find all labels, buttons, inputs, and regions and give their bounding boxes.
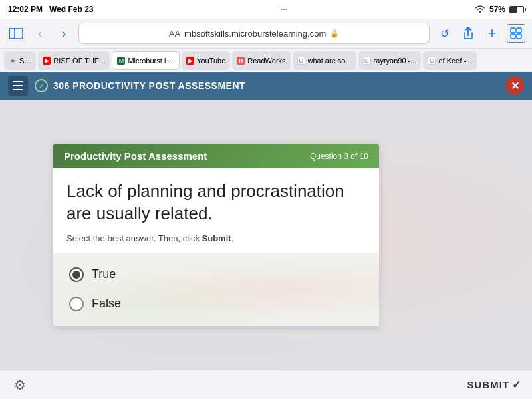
svg-rect-4 xyxy=(511,34,515,39)
instruction-text: Select the best answer. Then, click xyxy=(66,233,202,243)
tab-readworks-label: ReadWorks xyxy=(247,57,285,65)
tab-whatare[interactable]: G what are so... xyxy=(293,51,356,70)
battery-icon xyxy=(509,6,524,13)
tab-youtube-label: YouTube xyxy=(197,57,225,65)
tab-switcher-button[interactable] xyxy=(507,24,525,43)
submit-label: SUBMIT xyxy=(467,379,510,390)
text-size-indicator: AA xyxy=(169,29,180,39)
tab-rayryan[interactable]: G rayryan90 -... xyxy=(358,51,422,70)
battery-percent: 57% xyxy=(489,5,505,14)
menu-button[interactable] xyxy=(8,76,28,96)
status-right: 57% xyxy=(475,5,524,15)
tab-rise[interactable]: ▶ RISE OF THE... xyxy=(38,51,110,70)
option-row-false[interactable]: False xyxy=(69,297,363,311)
forward-button[interactable]: › xyxy=(55,24,73,43)
back-button[interactable]: ‹ xyxy=(31,24,49,43)
instruction-end: . xyxy=(231,233,234,243)
rayryan-favicon: G xyxy=(363,57,371,65)
tab-rayryan-label: rayryan90 -... xyxy=(374,57,417,65)
time-display: 12:02 PM xyxy=(8,5,43,14)
tab-youtube[interactable]: ▶ YouTube xyxy=(182,51,230,70)
gear-icon: ⚙ xyxy=(14,378,26,392)
submit-check-icon: ✓ xyxy=(512,378,521,391)
browser-nav-bar: ‹ › AA mbsoftskills.microburstelearning.… xyxy=(0,19,532,72)
settings-button[interactable]: ⚙ xyxy=(11,376,29,394)
lock-icon: 🔒 xyxy=(330,29,339,38)
date-display: Wed Feb 23 xyxy=(49,5,93,14)
reload-button[interactable]: ↺ xyxy=(435,24,454,43)
tab-whatare-label: what are so... xyxy=(308,57,352,65)
tab-efkeef-label: ef Keef -... xyxy=(438,57,472,65)
page-wrapper: 12:02 PM Wed Feb 23 ··· 57% xyxy=(0,0,532,399)
tab-readworks[interactable]: R ReadWorks xyxy=(232,51,290,70)
tabs-bar: ★ S… ▶ RISE OF THE... M Microburst L... … xyxy=(0,48,532,72)
page-title: 306 PRODUCTIVITY POST ASSESSMENT xyxy=(53,80,245,91)
quiz-options: True False xyxy=(53,253,379,326)
option-true-label: True xyxy=(92,267,116,281)
page-toolbar: ✓ 306 PRODUCTIVITY POST ASSESSMENT ✕ xyxy=(0,72,532,100)
rise-favicon: ▶ xyxy=(43,57,51,65)
menu-line-1 xyxy=(13,81,23,82)
efkeef-favicon: G xyxy=(428,57,436,65)
new-tab-button[interactable]: + xyxy=(483,24,501,43)
quiz-header-title: Productivity Post Assessment xyxy=(64,150,207,162)
option-false-label: False xyxy=(92,297,121,311)
page-title-area: ✓ 306 PRODUCTIVITY POST ASSESSMENT xyxy=(35,79,499,92)
quiz-question: Lack of planning and procrastination are… xyxy=(66,180,366,225)
tab-rise-label: RISE OF THE... xyxy=(53,57,105,65)
options-bg xyxy=(53,253,379,326)
whatare-favicon: G xyxy=(297,57,305,65)
quiz-body: Lack of planning and procrastination are… xyxy=(53,168,379,253)
share-button[interactable] xyxy=(459,24,477,43)
tab-bookmarks[interactable]: ★ S… xyxy=(4,51,36,70)
sidebar-toggle-button[interactable] xyxy=(7,24,25,43)
svg-rect-3 xyxy=(517,28,521,33)
menu-line-3 xyxy=(13,89,23,90)
status-left: 12:02 PM Wed Feb 23 xyxy=(8,5,94,14)
wifi-icon xyxy=(475,5,485,15)
status-bar: 12:02 PM Wed Feb 23 ··· 57% xyxy=(0,0,532,19)
microburst-favicon: M xyxy=(117,57,125,65)
quiz-card: Productivity Post Assessment Question 3 … xyxy=(53,144,379,326)
radio-false[interactable] xyxy=(69,297,84,311)
close-icon: ✕ xyxy=(511,80,519,92)
url-display: mbsoftskills.microburstelearning.com xyxy=(184,29,326,39)
check-char: ✓ xyxy=(39,82,45,90)
close-button[interactable]: ✕ xyxy=(505,76,524,95)
tab-efkeef[interactable]: G ef Keef -... xyxy=(423,51,477,70)
instruction-bold: Submit xyxy=(202,233,231,243)
dots-display: ··· xyxy=(281,5,287,14)
tab-bookmarks-label: S… xyxy=(19,57,31,65)
bookmarks-favicon: ★ xyxy=(9,57,17,65)
main-content: Productivity Post Assessment Question 3 … xyxy=(0,100,532,370)
bottom-bar: ⚙ SUBMIT ✓ xyxy=(0,370,532,399)
url-bar[interactable]: AA mbsoftskills.microburstelearning.com … xyxy=(78,23,430,44)
radio-true-fill xyxy=(72,271,80,279)
completion-check-icon: ✓ xyxy=(35,79,48,92)
battery-fill xyxy=(510,7,517,13)
youtube-favicon: ▶ xyxy=(186,57,194,65)
svg-rect-0 xyxy=(9,28,15,39)
tab-microburst-label: Microburst L... xyxy=(128,57,174,65)
svg-rect-2 xyxy=(511,28,515,33)
question-counter: Question 3 of 10 xyxy=(310,152,368,161)
submit-button[interactable]: SUBMIT ✓ xyxy=(467,378,522,391)
quiz-instruction: Select the best answer. Then, click Subm… xyxy=(66,233,366,243)
option-row-true[interactable]: True xyxy=(69,267,363,282)
svg-rect-1 xyxy=(9,28,23,39)
readworks-favicon: R xyxy=(237,57,245,65)
svg-rect-5 xyxy=(517,34,521,39)
tab-microburst[interactable]: M Microburst L... xyxy=(112,51,180,70)
menu-line-2 xyxy=(13,85,23,86)
quiz-header: Productivity Post Assessment Question 3 … xyxy=(53,144,379,168)
radio-true[interactable] xyxy=(69,267,84,282)
